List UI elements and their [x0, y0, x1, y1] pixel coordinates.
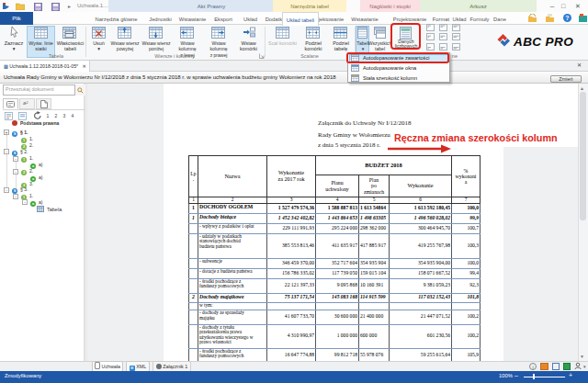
- svg-text:ABC PRO: ABC PRO: [513, 35, 573, 49]
